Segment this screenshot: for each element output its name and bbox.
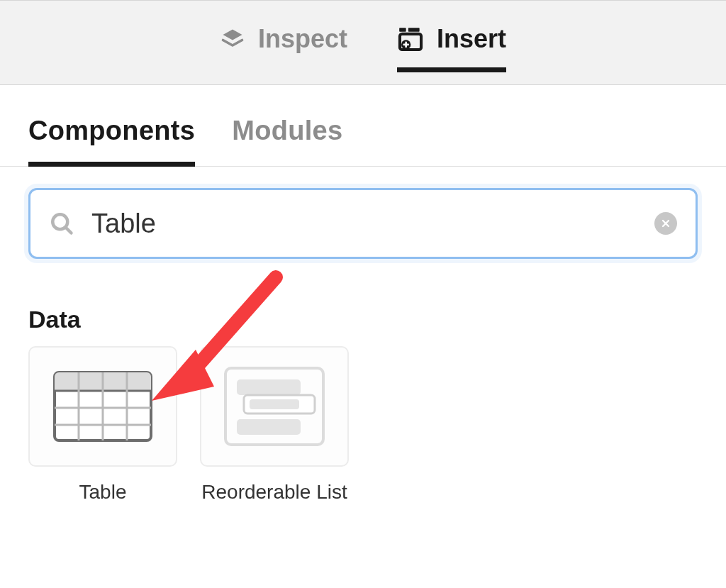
layers-icon: [220, 26, 245, 52]
svg-rect-1: [408, 28, 420, 32]
search-icon: [49, 211, 74, 236]
tab-inspect[interactable]: Inspect: [220, 16, 347, 70]
tab-insert-label: Insert: [437, 24, 506, 54]
top-toolbar: Inspect Insert: [0, 0, 726, 85]
tab-inspect-label: Inspect: [258, 24, 347, 54]
table-component-thumbnail: [28, 346, 177, 467]
svg-rect-0: [399, 28, 406, 32]
tab-components[interactable]: Components: [28, 116, 195, 166]
reorderable-list-thumbnail: [200, 346, 349, 467]
table-component[interactable]: Table: [28, 346, 177, 504]
svg-line-5: [66, 228, 72, 233]
tab-modules[interactable]: Modules: [232, 116, 342, 166]
category-heading-data: Data: [28, 306, 698, 333]
component-cards: Table Reorderable List: [28, 346, 698, 504]
insert-icon: [397, 26, 424, 52]
table-component-label: Table: [28, 479, 177, 504]
reorderable-list-component[interactable]: Reorderable List: [200, 346, 349, 504]
svg-rect-22: [250, 399, 299, 409]
svg-rect-20: [237, 379, 301, 395]
svg-rect-23: [237, 419, 301, 435]
tab-insert[interactable]: Insert: [397, 16, 506, 70]
components-panel: Data Table: [0, 167, 726, 526]
reorderable-list-label: Reorderable List: [200, 479, 349, 504]
component-search[interactable]: [28, 188, 698, 259]
insert-sub-tabs: Components Modules: [0, 85, 726, 167]
clear-search-button[interactable]: [654, 212, 677, 235]
component-search-input[interactable]: [90, 208, 654, 240]
